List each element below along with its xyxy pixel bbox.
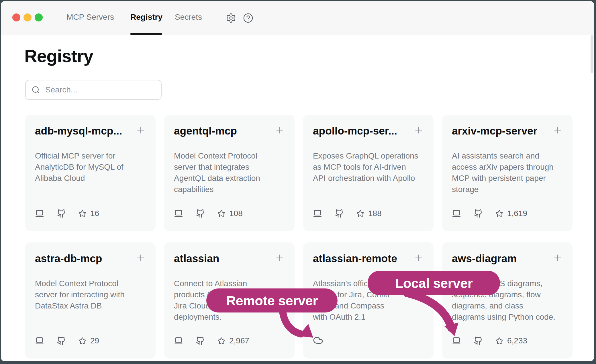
card-footer bbox=[313, 335, 323, 345]
star-count: 188 bbox=[368, 209, 382, 218]
scrollbar-thumb[interactable] bbox=[591, 35, 593, 73]
add-server-button[interactable] bbox=[552, 125, 563, 136]
server-card[interactable]: apollo-mcp-ser... Exposes GraphQL operat… bbox=[303, 115, 434, 231]
search-input[interactable] bbox=[45, 85, 155, 95]
server-description: Model Context Protocolserver for interac… bbox=[35, 278, 146, 311]
active-tab-underline bbox=[130, 33, 162, 35]
server-card[interactable]: agentql-mcp Model Context Protocolserver… bbox=[164, 115, 295, 231]
description-line: server for interacting with bbox=[35, 289, 146, 300]
description-line: Connect to Atlassian bbox=[174, 278, 285, 289]
tab-mcp-servers[interactable]: MCP Servers bbox=[66, 13, 114, 22]
description-line: sequence diagrams, flow bbox=[452, 289, 563, 300]
card-footer: 188 bbox=[313, 209, 382, 218]
laptop-icon bbox=[174, 336, 183, 345]
star-icon bbox=[79, 337, 86, 345]
description-line: storage bbox=[452, 184, 563, 195]
laptop-icon bbox=[452, 336, 461, 345]
description-line: API orchestration with Apollo bbox=[313, 173, 424, 184]
description-line: server for Jira, Conflu bbox=[313, 289, 424, 300]
server-description: Model Context Protocolserver that integr… bbox=[174, 150, 285, 195]
description-line: as MCP tools for AI-driven bbox=[313, 161, 424, 173]
search-icon bbox=[32, 86, 40, 94]
plus-icon bbox=[413, 125, 424, 135]
server-card[interactable]: arxiv-mcp-server AI assistants search an… bbox=[442, 115, 573, 231]
server-description: Connect to Atlassianproducts (Confluence… bbox=[174, 278, 285, 323]
github-icon[interactable] bbox=[196, 336, 205, 345]
server-description: Official MCP server forAnalyticDB for My… bbox=[35, 150, 146, 184]
search-box bbox=[25, 80, 162, 100]
server-card[interactable]: adb-mysql-mcp... Official MCP server for… bbox=[25, 115, 156, 231]
settings-gear-icon[interactable] bbox=[226, 13, 236, 23]
laptop-icon bbox=[174, 209, 183, 218]
server-card[interactable]: atlassian Connect to Atlassianproducts (… bbox=[164, 242, 295, 359]
description-line: AnalyticDB for MySQL of bbox=[35, 161, 146, 173]
add-server-button[interactable] bbox=[413, 253, 424, 264]
plus-icon bbox=[136, 125, 146, 135]
star-count: 2,967 bbox=[229, 336, 249, 345]
tab-secrets[interactable]: Secrets bbox=[175, 13, 202, 22]
add-server-button[interactable] bbox=[413, 125, 424, 136]
server-description: Generate AWS diagrams,sequence diagrams,… bbox=[452, 278, 563, 323]
description-line: Alibaba Cloud bbox=[35, 173, 146, 184]
description-line: Model Context Protocol bbox=[174, 150, 285, 161]
card-footer: 29 bbox=[35, 336, 99, 345]
description-line: products (Confluence, bbox=[174, 289, 285, 300]
server-card[interactable]: atlassian-remote Atlassian's official MC… bbox=[303, 242, 434, 359]
description-line: capabilities bbox=[174, 184, 285, 195]
server-name: adb-mysql-mcp... bbox=[35, 124, 122, 138]
star-group: 1,619 bbox=[495, 209, 527, 218]
description-line: ence, and Compass bbox=[313, 300, 424, 311]
plus-icon bbox=[275, 253, 285, 263]
plus-icon bbox=[552, 125, 563, 135]
server-name: atlassian-remote bbox=[313, 252, 397, 265]
add-server-button[interactable] bbox=[552, 253, 563, 264]
add-server-button[interactable] bbox=[136, 125, 146, 136]
server-name: apollo-mcp-ser... bbox=[313, 124, 397, 138]
laptop-icon bbox=[35, 336, 44, 345]
add-server-button[interactable] bbox=[275, 253, 285, 264]
server-card-grid: adb-mysql-mcp... Official MCP server for… bbox=[25, 115, 573, 359]
description-line: Atlassian's official MCP bbox=[313, 278, 424, 289]
card-footer: 16 bbox=[35, 209, 99, 218]
tab-bar: MCP ServersRegistrySecrets bbox=[1, 1, 594, 35]
toolbar-divider bbox=[219, 7, 219, 29]
description-line: Generate AWS diagrams, bbox=[452, 278, 563, 289]
github-icon[interactable] bbox=[335, 209, 344, 218]
github-icon[interactable] bbox=[57, 209, 66, 218]
server-name: atlassian bbox=[174, 252, 219, 265]
star-count: 108 bbox=[229, 209, 243, 218]
title-bar: MCP ServersRegistrySecrets bbox=[1, 1, 594, 35]
server-card[interactable]: astra-db-mcp Model Context Protocolserve… bbox=[25, 242, 156, 359]
description-line: Jira Cloud/Server) bbox=[174, 300, 285, 311]
server-name: aws-diagram bbox=[452, 252, 517, 265]
description-line: Official MCP server for bbox=[35, 150, 146, 161]
tab-registry[interactable]: Registry bbox=[130, 13, 162, 22]
star-count: 29 bbox=[90, 336, 99, 345]
server-description: AI assistants search andaccess arXiv pap… bbox=[452, 150, 563, 195]
laptop-icon bbox=[35, 209, 44, 218]
description-line: with OAuth 2.1 bbox=[313, 311, 424, 323]
plus-icon bbox=[413, 253, 424, 263]
description-line: server that integrates bbox=[174, 161, 285, 173]
page-title: Registry bbox=[24, 46, 93, 66]
github-icon[interactable] bbox=[57, 336, 66, 345]
description-line: Model Context Protocol bbox=[35, 278, 146, 289]
github-icon[interactable] bbox=[474, 209, 483, 218]
plus-icon bbox=[552, 253, 563, 263]
add-server-button[interactable] bbox=[275, 125, 285, 136]
star-icon bbox=[79, 210, 86, 217]
card-footer: 6,233 bbox=[452, 336, 527, 345]
add-server-button[interactable] bbox=[136, 253, 146, 264]
star-count: 16 bbox=[90, 209, 99, 218]
help-icon[interactable] bbox=[243, 13, 253, 23]
description-line: deployments. bbox=[174, 311, 285, 323]
card-footer: 2,967 bbox=[174, 336, 249, 345]
card-footer: 1,619 bbox=[452, 209, 527, 218]
description-line: AgentQL data extraction bbox=[174, 173, 285, 184]
server-card[interactable]: aws-diagram Generate AWS diagrams,sequen… bbox=[442, 242, 573, 359]
github-icon[interactable] bbox=[196, 209, 205, 218]
star-icon bbox=[217, 337, 225, 345]
server-description: Exposes GraphQL operationsas MCP tools f… bbox=[313, 150, 424, 184]
github-icon[interactable] bbox=[474, 336, 483, 345]
app-window: MCP ServersRegistrySecrets Registry adb-… bbox=[1, 1, 594, 361]
